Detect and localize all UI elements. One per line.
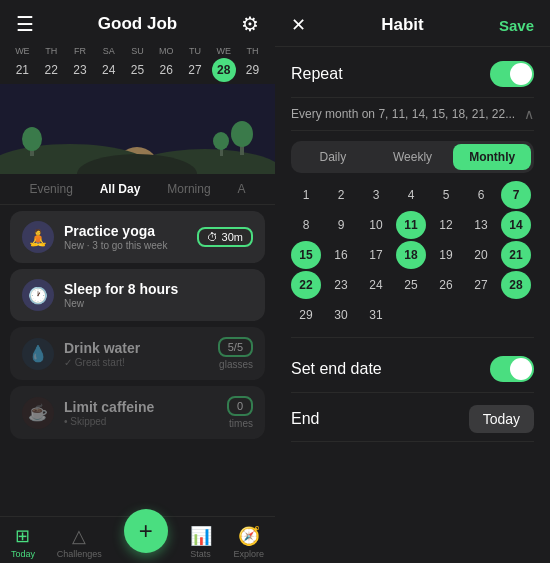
time-tab[interactable]: All Day <box>92 178 149 200</box>
habit-left: 💧 Drink water ✓ Great start! <box>22 338 140 370</box>
cal-cell[interactable]: 3 <box>361 181 391 209</box>
habit-icon: 🕐 <box>22 279 54 311</box>
cal-day-label: TH <box>247 46 259 56</box>
cal-cell[interactable]: 29 <box>291 301 321 329</box>
freq-tab-monthly[interactable]: Monthly <box>453 144 531 170</box>
cal-cell[interactable]: 23 <box>326 271 356 299</box>
cal-day-num: 29 <box>241 58 265 82</box>
cal-day-label: MO <box>159 46 174 56</box>
habit-unit: glasses <box>219 359 253 370</box>
habit-badge-value: 30m <box>222 231 243 243</box>
gear-icon[interactable]: ⚙ <box>241 12 259 36</box>
time-tab[interactable]: A <box>230 178 254 200</box>
time-tab[interactable]: Evening <box>21 178 80 200</box>
cal-day[interactable]: MO 26 <box>152 46 180 82</box>
repeat-toggle[interactable] <box>490 61 534 87</box>
cal-cell[interactable]: 15 <box>291 241 321 269</box>
habit-item[interactable]: 🧘 Practice yoga New · 3 to go this week … <box>10 211 265 263</box>
cal-day[interactable]: TU 27 <box>181 46 209 82</box>
cal-cell-empty <box>396 301 426 329</box>
cal-cell[interactable]: 20 <box>466 241 496 269</box>
end-label: End <box>291 410 319 428</box>
habit-item[interactable]: ☕ Limit caffeine • Skipped 0 times <box>10 386 265 439</box>
cal-cell-empty <box>466 301 496 329</box>
cal-cell[interactable]: 14 <box>501 211 531 239</box>
freq-tab-daily[interactable]: Daily <box>294 144 372 170</box>
cal-cell[interactable]: 18 <box>396 241 426 269</box>
habit-name: Sleep for 8 hours <box>64 281 178 297</box>
bottom-nav: ⊞ Today △ Challenges + 📊 Stats 🧭 Explore <box>0 516 275 563</box>
cal-cell[interactable]: 26 <box>431 271 461 299</box>
add-habit-button[interactable]: + <box>124 509 168 553</box>
cal-cell[interactable]: 19 <box>431 241 461 269</box>
habit-left: ☕ Limit caffeine • Skipped <box>22 397 154 429</box>
end-row: End Today <box>291 393 534 442</box>
habit-icon: 🧘 <box>22 221 54 253</box>
habit-right: ⏱ 30m <box>197 227 253 247</box>
cal-cell[interactable]: 9 <box>326 211 356 239</box>
cal-day[interactable]: WE 28 <box>210 46 238 82</box>
cal-cell-empty <box>501 301 531 329</box>
cal-cell[interactable]: 13 <box>466 211 496 239</box>
nav-item-today[interactable]: ⊞ Today <box>11 525 35 559</box>
cal-day-label: WE <box>216 46 231 56</box>
end-date-button[interactable]: Today <box>469 405 534 433</box>
habit-left: 🧘 Practice yoga New · 3 to go this week <box>22 221 167 253</box>
cal-cell[interactable]: 5 <box>431 181 461 209</box>
cal-cell[interactable]: 2 <box>326 181 356 209</box>
repeat-section: Repeat <box>291 47 534 98</box>
menu-icon[interactable]: ☰ <box>16 12 34 36</box>
cal-cell[interactable]: 25 <box>396 271 426 299</box>
nav-item-challenges[interactable]: △ Challenges <box>57 525 102 559</box>
cal-cell[interactable]: 16 <box>326 241 356 269</box>
cal-day[interactable]: WE 21 <box>8 46 36 82</box>
svg-point-11 <box>213 132 229 150</box>
cal-day-num: 25 <box>125 58 149 82</box>
habit-info: Sleep for 8 hours New <box>64 281 178 309</box>
save-button[interactable]: Save <box>499 17 534 34</box>
cal-cell-empty <box>431 301 461 329</box>
cal-cell[interactable]: 24 <box>361 271 391 299</box>
cal-cell[interactable]: 22 <box>291 271 321 299</box>
nav-item-explore[interactable]: 🧭 Explore <box>234 525 265 559</box>
cal-day[interactable]: TH 29 <box>239 46 267 82</box>
cal-cell[interactable]: 11 <box>396 211 426 239</box>
nav-icon: 📊 <box>190 525 212 547</box>
cal-day-label: WE <box>15 46 30 56</box>
habit-item[interactable]: 💧 Drink water ✓ Great start! 5/5 glasses <box>10 327 265 380</box>
end-date-toggle[interactable] <box>490 356 534 382</box>
cal-day[interactable]: TH 22 <box>37 46 65 82</box>
cal-cell[interactable]: 1 <box>291 181 321 209</box>
habit-sub: New · 3 to go this week <box>64 240 167 251</box>
cal-cell[interactable]: 31 <box>361 301 391 329</box>
cal-cell[interactable]: 27 <box>466 271 496 299</box>
nav-item-stats[interactable]: 📊 Stats <box>190 525 212 559</box>
habit-badge: ⏱ 30m <box>197 227 253 247</box>
cal-cell[interactable]: 17 <box>361 241 391 269</box>
cal-day[interactable]: SU 25 <box>123 46 151 82</box>
right-header: ✕ Habit Save <box>275 0 550 47</box>
repeat-desc-row[interactable]: Every month on 7, 11, 14, 15, 18, 21, 22… <box>291 98 534 131</box>
cal-day-label: SA <box>103 46 115 56</box>
cal-cell[interactable]: 12 <box>431 211 461 239</box>
habit-item[interactable]: 🕐 Sleep for 8 hours New <box>10 269 265 321</box>
habit-left: 🕐 Sleep for 8 hours New <box>22 279 178 311</box>
cal-cell[interactable]: 30 <box>326 301 356 329</box>
cal-cell[interactable]: 4 <box>396 181 426 209</box>
svg-point-9 <box>231 121 253 147</box>
cal-day[interactable]: SA 24 <box>95 46 123 82</box>
cal-cell[interactable]: 7 <box>501 181 531 209</box>
repeat-label: Repeat <box>291 65 343 83</box>
cal-cell[interactable]: 6 <box>466 181 496 209</box>
nav-label: Explore <box>234 549 265 559</box>
cal-cell[interactable]: 8 <box>291 211 321 239</box>
cal-cell[interactable]: 10 <box>361 211 391 239</box>
cal-day[interactable]: FR 23 <box>66 46 94 82</box>
freq-tab-weekly[interactable]: Weekly <box>374 144 452 170</box>
close-icon[interactable]: ✕ <box>291 14 306 36</box>
cal-cell[interactable]: 21 <box>501 241 531 269</box>
habit-unit: times <box>229 418 253 429</box>
toggle-knob-end <box>510 358 532 380</box>
time-tab[interactable]: Morning <box>159 178 218 200</box>
cal-cell[interactable]: 28 <box>501 271 531 299</box>
